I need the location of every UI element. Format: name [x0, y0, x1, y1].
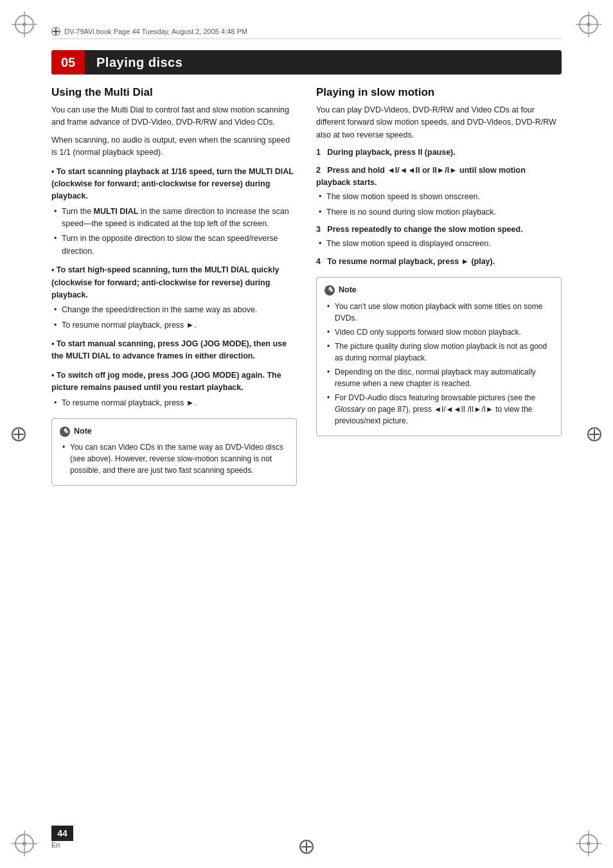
step-4: 4 To resume normal playback, press ► (pl…	[316, 256, 562, 268]
step-2: 2 Press and hold ◄I/◄◄II or II►/I► until…	[316, 164, 562, 219]
left-bullet1-sub1-text: Turn the MULTI DIAL in the same directio…	[62, 207, 289, 228]
left-note-box: ✎ Note You can scan Video CDs in the sam…	[51, 418, 297, 486]
corner-decoration-tl	[5, 5, 44, 44]
left-section-body: You can use the Multi Dial to control fa…	[51, 104, 297, 486]
left-note-label: Note	[74, 425, 92, 438]
right-note-box: ✎ Note You can't use slow motion playbac…	[316, 277, 562, 436]
side-crosshair-right	[587, 427, 601, 441]
page-lang: En	[51, 841, 73, 849]
svg-point-3	[22, 22, 26, 26]
step3-sub1: The slow motion speed is displayed onscr…	[316, 238, 562, 250]
step1-header-text: 1 During playback, press II (pause).	[316, 148, 456, 157]
side-crosshair-left	[12, 427, 26, 441]
step-1: 1 During playback, press II (pause).	[316, 146, 562, 159]
right-note-header: ✎ Note	[324, 284, 553, 296]
left-note-header: ✎ Note	[60, 425, 289, 438]
file-info-text: DV-79AVi.book Page 44 Tuesday, August 2,…	[64, 28, 247, 35]
left-bullet2-sub1: Change the speed/direction in the same w…	[51, 304, 297, 316]
left-bullet1-sub2: Turn in the opposite direction to slow t…	[51, 233, 297, 258]
right-note-item2: Video CD only supports forward slow moti…	[324, 326, 553, 338]
right-note-item1: You can't use slow motion playback with …	[324, 301, 553, 324]
left-section-title: Using the Multi Dial	[51, 86, 297, 99]
left-bullet1-header: • To start scanning playback at 1/16 spe…	[51, 166, 297, 203]
left-bullet1-sub1: Turn the MULTI DIAL in the same directio…	[51, 206, 297, 231]
right-column: Playing in slow motion You can play DVD-…	[316, 86, 562, 817]
step2-header: 2 Press and hold ◄I/◄◄II or II►/I► until…	[316, 164, 562, 190]
right-note-item4: Depending on the disc, normal playback m…	[324, 366, 553, 389]
page-number: 44	[51, 826, 73, 841]
step-3: 3 Press repeatedly to change the slow mo…	[316, 224, 562, 251]
left-intro-1: You can use the Multi Dial to control fa…	[51, 104, 297, 129]
step3-header-text: 3 Press repeatedly to change the slow mo…	[316, 225, 523, 234]
corner-decoration-bl	[5, 824, 44, 863]
main-content: Using the Multi Dial You can use the Mul…	[51, 86, 562, 817]
svg-point-11	[22, 842, 26, 846]
left-column: Using the Multi Dial You can use the Mul…	[51, 86, 297, 817]
chapter-number: 05	[51, 50, 85, 75]
note-icon-right: ✎	[324, 285, 335, 296]
step3-header: 3 Press repeatedly to change the slow mo…	[316, 224, 562, 236]
left-bullet4-header: • To switch off jog mode, press JOG (JOG…	[51, 369, 297, 394]
chapter-title-text: Playing discs	[85, 55, 182, 70]
chapter-header: 05 Playing discs	[51, 50, 562, 75]
page-number-area: 44 En	[51, 826, 73, 849]
svg-point-15	[587, 842, 591, 846]
left-bullet4-sub1: To resume normal playback, press ►.	[51, 397, 297, 409]
left-bullet2-sub2: To resume normal playback, press ►.	[51, 319, 297, 332]
step2-header-text: 2 Press and hold ◄I/◄◄II or II►/I► until…	[316, 166, 526, 187]
left-intro-2: When scanning, no audio is output, even …	[51, 134, 297, 159]
right-section-body: You can play DVD-Videos, DVD-R/RW and Vi…	[316, 104, 562, 436]
step1-header: 1 During playback, press II (pause).	[316, 146, 562, 159]
right-note-item5: For DVD-Audio discs featuring browsable …	[324, 392, 553, 427]
svg-point-7	[587, 22, 591, 26]
step2-sub2: There is no sound during slow motion pla…	[316, 206, 562, 218]
crosshair-icon	[51, 27, 60, 36]
right-note-item5-text: For DVD-Audio discs featuring browsable …	[335, 393, 535, 425]
note-icon-left: ✎	[60, 427, 70, 437]
left-bullet2-header: • To start high-speed scanning, turn the…	[51, 264, 297, 301]
step4-header-text: 4 To resume normal playback, press ► (pl…	[316, 257, 495, 266]
right-note-item3: The picture quality during slow motion p…	[324, 341, 553, 364]
right-intro: You can play DVD-Videos, DVD-R/RW and Vi…	[316, 104, 562, 141]
left-bullet3-header: • To start manual scanning, press JOG (J…	[51, 338, 297, 363]
right-section-title: Playing in slow motion	[316, 86, 562, 99]
file-info-bar: DV-79AVi.book Page 44 Tuesday, August 2,…	[51, 27, 562, 39]
bottom-center-crosshair	[299, 840, 314, 854]
corner-decoration-tr	[569, 5, 608, 44]
left-note-item1: You can scan Video CDs in the same way a…	[60, 441, 289, 476]
step2-sub1: The slow motion speed is shown onscreen.	[316, 191, 562, 203]
right-note-label: Note	[339, 284, 357, 296]
step4-header: 4 To resume normal playback, press ► (pl…	[316, 256, 562, 268]
corner-decoration-br	[569, 824, 608, 863]
